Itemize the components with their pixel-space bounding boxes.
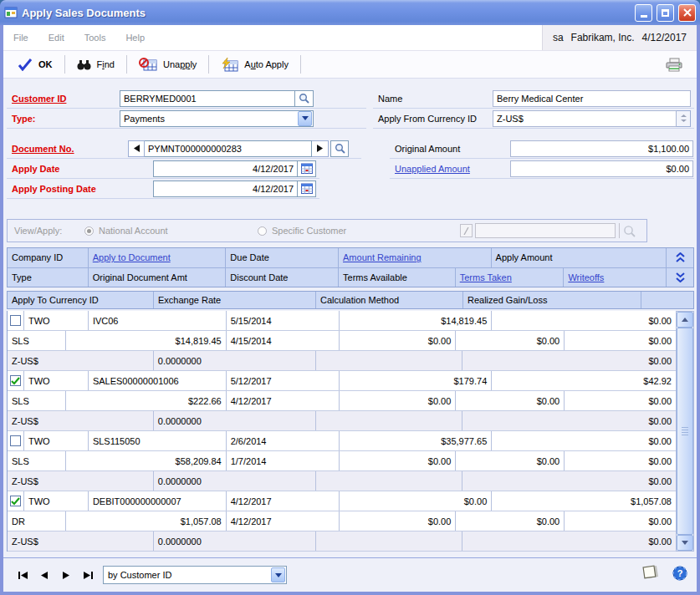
- apply-posting-date-calendar-button[interactable]: [298, 181, 316, 197]
- scroll-up-button[interactable]: [677, 312, 693, 328]
- unapply-button[interactable]: Unapply: [131, 55, 204, 74]
- cell-calc-method: [316, 411, 463, 430]
- table-header-detail: Apply To Currency ID Exchange Rate Calcu…: [7, 291, 694, 309]
- apply-checkbox[interactable]: [10, 435, 21, 446]
- cell-apply-amount[interactable]: $42.92: [492, 371, 676, 390]
- currency-expansion-button[interactable]: [677, 110, 691, 127]
- close-button[interactable]: [678, 4, 696, 22]
- previous-record-button[interactable]: [35, 567, 54, 583]
- cell-exchange-rate: 0.0000000: [154, 411, 316, 430]
- table-row: DR $1,057.08 4/12/2017 $0.00 $0.00 $0.00: [8, 511, 676, 531]
- type-row: Type: Payments: [7, 109, 366, 129]
- document-no-input[interactable]: PYMNT000000000283: [145, 140, 312, 157]
- window-content: File Edit Tools Help sa Fabrikam, Inc. 4…: [3, 25, 697, 592]
- unapply-icon: [139, 58, 157, 72]
- apply-date-row: Apply Date 4/12/2017: [7, 159, 319, 179]
- table-scrollbar[interactable]: [676, 311, 694, 552]
- header-type: Type: [8, 268, 89, 287]
- cell-company-id: TWO: [24, 431, 89, 450]
- apply-date-calendar-button[interactable]: [298, 160, 316, 177]
- documents-table: TWO IVC06 5/15/2014 $14,819.45 $0.00 SLS…: [7, 311, 676, 552]
- scroll-down-button[interactable]: [677, 535, 693, 551]
- cell-company-id: TWO: [24, 311, 89, 330]
- header-company-id: Company ID: [8, 248, 89, 267]
- apply-from-currency-row: Apply From Currency ID Z-US$: [373, 109, 694, 129]
- cell-writeoffs: $0.00: [565, 331, 676, 350]
- bottom-separator: [3, 557, 697, 558]
- next-record-button[interactable]: [57, 567, 75, 583]
- scrollbar-thumb[interactable]: [677, 328, 693, 535]
- login-status: sa Fabrikam, Inc. 4/12/2017: [542, 25, 697, 50]
- help-icon[interactable]: ?: [672, 566, 687, 581]
- unapplied-amount-link[interactable]: Unapplied Amount: [390, 164, 510, 174]
- apply-checkbox[interactable]: [10, 375, 21, 386]
- browse-next-button[interactable]: [312, 140, 329, 157]
- original-amount-row: Original Amount $1,100.00: [390, 139, 694, 159]
- maximize-button[interactable]: [657, 4, 674, 22]
- apply-from-currency-value: Z-US$: [493, 110, 677, 127]
- table-row: Z-US$ 0.0000000 $0.00: [8, 351, 676, 371]
- national-account-radio[interactable]: [84, 226, 94, 236]
- customer-note-button: [460, 224, 473, 237]
- cell-company-id: TWO: [24, 371, 89, 390]
- collapse-rows-button[interactable]: [667, 248, 693, 267]
- cell-type: SLS: [8, 391, 66, 410]
- browse-previous-button[interactable]: [128, 140, 145, 157]
- auto-apply-button[interactable]: Auto Apply: [213, 55, 296, 74]
- apply-date-input[interactable]: 4/12/2017: [153, 160, 298, 177]
- apply-checkbox[interactable]: [10, 315, 21, 326]
- cell-exchange-rate: 0.0000000: [154, 531, 316, 551]
- binoculars-icon: [77, 58, 91, 71]
- cell-calc-method: [316, 471, 463, 491]
- type-dropdown-arrow-icon[interactable]: [298, 111, 312, 126]
- original-amount-value: $1,100.00: [510, 140, 693, 157]
- ok-check-icon: [18, 58, 33, 71]
- status-company[interactable]: Fabrikam, Inc.: [571, 32, 635, 43]
- type-dropdown[interactable]: Payments: [120, 110, 314, 127]
- auto-apply-icon: [221, 58, 238, 72]
- menu-file[interactable]: File: [3, 25, 38, 50]
- sort-dropdown-arrow-icon[interactable]: [271, 567, 285, 582]
- minimize-button[interactable]: [635, 4, 652, 22]
- document-no-label[interactable]: Document No.: [7, 144, 128, 154]
- cell-terms-taken: $0.00: [456, 391, 565, 410]
- note-icon[interactable]: [641, 564, 661, 582]
- apply-posting-date-input[interactable]: 4/12/2017: [153, 181, 298, 197]
- menu-edit[interactable]: Edit: [38, 25, 74, 50]
- menu-help[interactable]: Help: [115, 25, 155, 50]
- cell-apply-amount[interactable]: $1,057.08: [492, 491, 676, 511]
- header-apply-amount: Apply Amount: [492, 248, 667, 267]
- cell-currency: Z-US$: [8, 351, 154, 370]
- customer-lookup-button[interactable]: [295, 90, 314, 107]
- cell-apply-amount[interactable]: $0.00: [492, 431, 676, 450]
- cell-company-id: TWO: [24, 491, 89, 511]
- print-button[interactable]: [658, 55, 690, 74]
- last-record-button[interactable]: [79, 567, 97, 583]
- sort-by-value: by Customer ID: [108, 570, 271, 580]
- first-record-button[interactable]: [13, 567, 32, 583]
- cell-terms-taken: $0.00: [456, 511, 565, 531]
- table-row: Z-US$ 0.0000000 $0.00: [8, 531, 676, 552]
- menu-tools[interactable]: Tools: [74, 25, 116, 50]
- header-exchange-rate: Exchange Rate: [154, 292, 316, 308]
- cell-due-date: 5/12/2017: [227, 371, 340, 390]
- find-button[interactable]: Find: [69, 56, 122, 74]
- expand-rows-button[interactable]: [667, 268, 693, 287]
- header-writeoffs: Writeoffs: [564, 268, 667, 287]
- ok-button[interactable]: OK: [10, 55, 60, 74]
- apply-sales-documents-window: Apply Sales Documents File Edit Tools He…: [0, 0, 700, 595]
- status-date[interactable]: 4/12/2017: [642, 32, 687, 43]
- table-row: TWO IVC06 5/15/2014 $14,819.45 $0.00: [8, 311, 676, 331]
- apply-checkbox[interactable]: [10, 496, 21, 506]
- toolbar-separator: [64, 55, 65, 74]
- customer-id-label[interactable]: Customer ID: [7, 94, 120, 104]
- document-lookup-button[interactable]: [330, 140, 349, 157]
- apply-posting-date-row: Apply Posting Date 4/12/2017: [7, 179, 319, 199]
- specific-customer-field: [475, 223, 616, 238]
- cell-apply-amount[interactable]: $0.00: [492, 311, 676, 330]
- title-bar[interactable]: Apply Sales Documents: [0, 0, 700, 25]
- name-value: Berry Medical Center: [493, 90, 691, 107]
- customer-id-input[interactable]: BERRYMED0001: [120, 90, 295, 107]
- specific-customer-radio[interactable]: [258, 226, 267, 236]
- sort-by-dropdown[interactable]: by Customer ID: [103, 566, 287, 584]
